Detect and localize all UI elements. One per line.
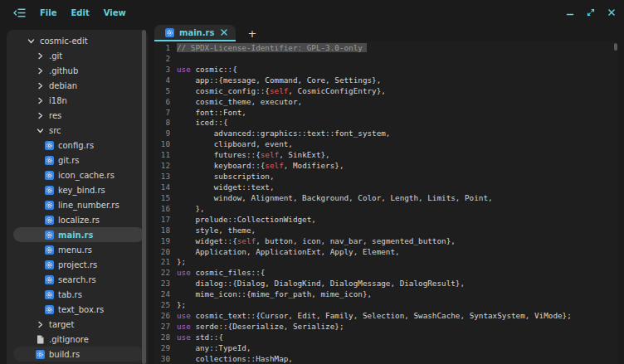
tree-item-label: search.rs (58, 275, 96, 284)
tree-item-build-rs[interactable]: build.rs (7, 347, 148, 362)
code-line[interactable]: 19 widget::{self, button, icon, nav_bar,… (154, 236, 618, 247)
menu-view[interactable]: View (104, 8, 126, 17)
rust-file-icon (45, 170, 54, 180)
code-line[interactable]: 5 cosmic_config::{self, CosmicConfigEntr… (154, 86, 618, 97)
code-line[interactable]: 20 Application, ApplicationExt, Apply, E… (154, 247, 618, 258)
tab-main-rs[interactable]: main.rs (154, 25, 236, 41)
chevron-right-icon (36, 51, 45, 61)
chevron-right-icon (36, 66, 45, 75)
tree-item-git-rs[interactable]: git.rs (7, 153, 148, 167)
tree-item-src[interactable]: src (7, 123, 148, 138)
line-number: 4 (154, 75, 177, 86)
line-number: 22 (154, 268, 177, 279)
tree-item-debian[interactable]: debian (7, 78, 148, 93)
sidebar-scrollbar[interactable] (142, 30, 146, 364)
tree-item-label: .github (49, 66, 78, 75)
code-text: dialog::{Dialog, DialogKind, DialogMessa… (177, 279, 618, 289)
code-line[interactable]: 24 mime_icon::{mime_for_path, mime_icon}… (154, 289, 618, 300)
tree-item--git[interactable]: .git (7, 48, 148, 63)
code-text: Application, ApplicationExt, Apply, Elem… (177, 247, 618, 258)
line-number: 14 (154, 182, 177, 193)
code-line[interactable]: 6 cosmic_theme, executor, (154, 97, 618, 108)
menu-edit[interactable]: Edit (71, 8, 89, 17)
tree-item--gitignore[interactable]: .gitignore (7, 332, 148, 347)
code-text: mime_icon::{mime_for_path, mime_icon}, (177, 289, 618, 300)
line-number: 1 (154, 43, 177, 54)
selected-text: // SPDX-License-Identifier: GPL-3.0-only (177, 43, 367, 52)
code-text: keyboard::{self, Modifiers}, (177, 161, 618, 172)
line-number: 23 (154, 279, 177, 289)
code-line[interactable]: 21}; (154, 257, 618, 268)
code-line[interactable]: 1// SPDX-License-Identifier: GPL-3.0-onl… (154, 43, 618, 54)
tree-item-line-number-rs[interactable]: line_number.rs (7, 197, 148, 212)
tree-item-text-box-rs[interactable]: text_box.rs (7, 302, 148, 317)
tree-item-res[interactable]: res (7, 108, 148, 123)
code-line[interactable]: 18 style, theme, (154, 226, 618, 236)
line-number: 8 (154, 118, 177, 129)
file-icon (36, 334, 45, 344)
code-line[interactable]: 28use std::{ (154, 332, 618, 343)
code-line[interactable]: 14 widget::text, (154, 182, 618, 193)
line-number: 2 (154, 54, 177, 65)
tree-item-main-rs[interactable]: main.rs (7, 227, 148, 242)
tree-item-target[interactable]: target (7, 317, 148, 332)
minimize-icon[interactable] (565, 7, 575, 17)
code-line[interactable]: 30 collections::HashMap, (154, 354, 618, 364)
code-line[interactable]: 2 (154, 54, 618, 65)
rust-file-icon (45, 155, 54, 165)
code-line[interactable]: 3use cosmic::{ (154, 65, 618, 75)
close-icon[interactable] (607, 7, 617, 17)
code-line[interactable]: 22use cosmic_files::{ (154, 268, 618, 279)
line-number: 3 (154, 65, 177, 75)
code-line[interactable]: 11 futures::{self, SinkExt}, (154, 150, 618, 161)
tree-item-search-rs[interactable]: search.rs (7, 272, 148, 287)
tree-item-label: localize.rs (58, 216, 100, 225)
code-line[interactable]: 10 clipboard, event, (154, 139, 618, 150)
code-line[interactable]: 13 subscription, (154, 172, 618, 182)
line-number: 12 (154, 161, 177, 172)
code-line[interactable]: 7 font::Font, (154, 108, 618, 119)
tree-item-config-rs[interactable]: config.rs (7, 138, 148, 153)
tree-item-localize-rs[interactable]: localize.rs (7, 212, 148, 227)
code-line[interactable]: 23 dialog::{Dialog, DialogKind, DialogMe… (154, 279, 618, 289)
code-line[interactable]: 15 window, Alignment, Background, Color,… (154, 193, 618, 204)
code-line[interactable]: 9 advanced::graphics::text::font_system, (154, 129, 618, 139)
tree-item-label: git.rs (58, 156, 80, 165)
tree-item-tab-rs[interactable]: tab.rs (7, 287, 148, 302)
tree-item-icon-cache-rs[interactable]: icon_cache.rs (7, 167, 148, 182)
code-line[interactable]: 27use serde::{Deserialize, Serialize}; (154, 322, 618, 332)
code-text: use serde::{Deserialize, Serialize}; (177, 322, 618, 332)
tree-item-key-bind-rs[interactable]: key_bind.rs (7, 182, 148, 197)
tree-item-project-rs[interactable]: project.rs (7, 257, 148, 272)
line-number: 18 (154, 226, 177, 236)
code-line[interactable]: 12 keyboard::{self, Modifiers}, (154, 161, 618, 172)
tab-close-icon[interactable] (221, 29, 227, 36)
code-text: prelude::CollectionWidget, (177, 215, 618, 226)
line-number: 11 (154, 150, 177, 161)
code-text: widget::text, (177, 182, 618, 193)
code-line[interactable]: 16 }, (154, 204, 618, 215)
rust-file-icon (45, 215, 54, 225)
code-editor[interactable]: 1// SPDX-License-Identifier: GPL-3.0-onl… (154, 41, 618, 364)
menu-file[interactable]: File (40, 8, 56, 17)
tab-bar: main.rs+ (154, 25, 618, 41)
rust-file-icon (45, 140, 54, 150)
sidebar-toggle-icon[interactable] (13, 7, 26, 18)
code-line[interactable]: 17 prelude::CollectionWidget, (154, 215, 618, 226)
code-line[interactable]: 25}; (154, 300, 618, 311)
line-number: 10 (154, 139, 177, 150)
tree-item-cosmic-edit[interactable]: cosmic-edit (7, 33, 148, 48)
chevron-right-icon (36, 110, 45, 120)
tree-item-menu-rs[interactable]: menu.rs (7, 242, 148, 257)
code-text: style, theme, (177, 226, 618, 236)
code-line[interactable]: 26use cosmic_text::{Cursor, Edit, Family… (154, 311, 618, 322)
code-line[interactable]: 29 any::TypeId, (154, 343, 618, 354)
tree-item--github[interactable]: .github (7, 63, 148, 78)
code-line[interactable]: 4 app::{message, Command, Core, Settings… (154, 75, 618, 86)
code-line[interactable]: 8 iced::{ (154, 118, 618, 129)
tree-item-i18n[interactable]: i18n (7, 93, 148, 108)
new-tab-button[interactable]: + (246, 28, 258, 39)
maximize-icon[interactable] (586, 7, 596, 17)
rust-file-icon (45, 200, 54, 210)
editor-scrollbar[interactable] (614, 43, 617, 51)
